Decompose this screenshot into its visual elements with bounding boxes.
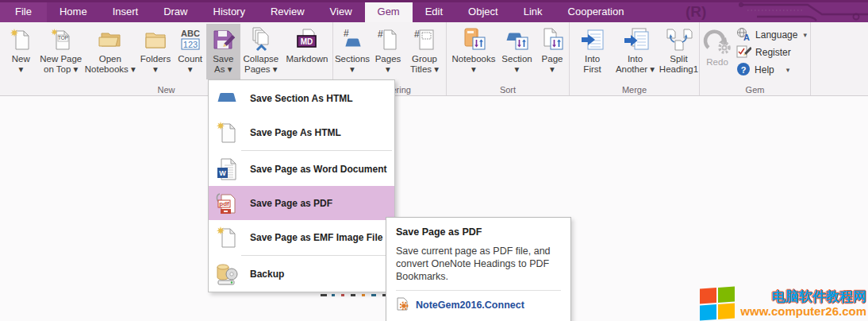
- group-label-sort: Sort: [447, 85, 569, 95]
- button-caret: ▾: [375, 64, 401, 75]
- new-page-sparkle-icon: [9, 25, 33, 54]
- menu-separator: [241, 255, 392, 256]
- button-caret: ▾: [335, 64, 370, 75]
- menu-item-label: Save Page As HTML: [250, 127, 341, 138]
- tab-draw[interactable]: Draw: [151, 0, 200, 22]
- menu-item-label: Backup: [250, 269, 284, 280]
- split-heading-icon: [664, 25, 693, 54]
- clipped-page-text: [321, 294, 395, 296]
- count-button[interactable]: ABC 123 Count▾: [174, 24, 206, 79]
- globe-language-icon: A: [736, 27, 751, 44]
- sort-page-button[interactable]: Page▾: [536, 24, 569, 79]
- button-caret: As ▾: [213, 64, 233, 75]
- merge-into-first-icon: [580, 25, 605, 54]
- tab-object[interactable]: Object: [455, 0, 511, 22]
- number-section-icon: #: [339, 25, 366, 54]
- group-label-gem: Gem: [700, 85, 810, 95]
- svg-text:A: A: [743, 32, 750, 41]
- menu-item-save-page-as-pdf[interactable]: pdf Save Page as PDF: [209, 186, 394, 220]
- tooltip-description: Save current page as PDF file, and conve…: [396, 245, 561, 283]
- button-caret: ▾: [140, 64, 171, 75]
- menu-item-save-section-as-html[interactable]: Save Section As HTML: [209, 81, 394, 115]
- markdown-button[interactable]: MD Markdown: [282, 24, 332, 79]
- button-label: New Page: [40, 54, 82, 64]
- menu-item-label: Save Page as PDF: [250, 198, 332, 209]
- redo-button[interactable]: Redo: [701, 24, 733, 79]
- svg-text:MD: MD: [301, 37, 313, 46]
- button-caret: Pages ▾: [243, 64, 278, 75]
- svg-text:?: ?: [741, 64, 747, 74]
- button-label: Into: [583, 54, 601, 64]
- tab-review[interactable]: Review: [258, 0, 317, 22]
- backup-disk-icon: [214, 262, 240, 286]
- sort-section-button[interactable]: Section▾: [498, 24, 536, 79]
- svg-text:#: #: [344, 28, 349, 39]
- tooltip-separator: [396, 290, 561, 291]
- button-label: Section: [501, 54, 532, 64]
- tab-link[interactable]: Link: [511, 0, 555, 22]
- open-folder-icon: [98, 25, 123, 54]
- button-label: Markdown: [286, 54, 328, 64]
- menu-item-save-page-as-html[interactable]: Save Page As HTML: [209, 115, 394, 149]
- sort-page-icon: [539, 25, 566, 54]
- button-caret: Notebooks ▾: [85, 64, 136, 75]
- into-first-button[interactable]: IntoFirst: [573, 24, 612, 79]
- sort-section-icon: [504, 25, 531, 54]
- tab-insert[interactable]: Insert: [100, 0, 152, 22]
- tab-view[interactable]: View: [317, 0, 365, 22]
- language-button[interactable]: A Language ▾: [733, 26, 810, 44]
- button-caret: Heading1: [659, 64, 698, 75]
- addin-link[interactable]: NoteGem2016.Connect: [396, 297, 561, 313]
- menu-item-backup[interactable]: Backup: [209, 257, 394, 291]
- button-label: Save: [213, 54, 233, 64]
- abc-123-icon: ABC 123: [178, 25, 203, 54]
- title-bar-strip: [0, 0, 868, 2]
- tab-history[interactable]: History: [201, 0, 258, 22]
- tab-file[interactable]: File: [0, 0, 47, 22]
- sort-notebooks-button[interactable]: Notebooks▾: [449, 24, 498, 79]
- button-label: Register: [755, 47, 791, 58]
- svg-text:#: #: [414, 29, 420, 40]
- folders-button[interactable]: Folders▾: [137, 24, 175, 79]
- open-notebooks-button[interactable]: OpenNotebooks ▾: [83, 24, 137, 79]
- gem-small-buttons: A Language ▾ Register: [733, 24, 810, 79]
- button-caret: First: [583, 64, 601, 75]
- menu-item-save-page-as-emf[interactable]: Save Page as EMF Image File: [209, 220, 394, 254]
- button-label: Notebooks: [452, 54, 496, 64]
- button-label: Language: [755, 29, 797, 41]
- button-label: Group: [410, 54, 439, 64]
- tab-home[interactable]: Home: [47, 0, 100, 22]
- save-floppy-pencil-icon: [211, 25, 235, 54]
- collapse-pages-button[interactable]: CollapsePages ▾: [240, 24, 282, 79]
- save-as-dropdown-menu: Save Section As HTML Save Page As HTML W…: [208, 79, 395, 292]
- svg-text:123: 123: [182, 40, 197, 49]
- new-page-on-top-button[interactable]: TOP New Pageon Top ▾: [39, 24, 83, 79]
- group-titles-button[interactable]: # GroupTitles ▾: [405, 24, 444, 79]
- menu-item-label: Save Section As HTML: [250, 93, 353, 104]
- pages-button[interactable]: # Pages▾: [371, 24, 405, 79]
- group-label-merge: Merge: [570, 85, 699, 95]
- save-page-as-pdf-tooltip: Save Page as PDF Save current page as PD…: [386, 217, 571, 321]
- addin-name: NoteGem2016.Connect: [416, 300, 524, 311]
- pdf-file-icon: pdf: [214, 191, 240, 215]
- new-button[interactable]: New▾: [3, 24, 39, 79]
- number-page-icon: #: [376, 25, 400, 54]
- menu-item-save-page-as-word[interactable]: W Save Page as Word Document: [209, 152, 394, 186]
- ribbon: New▾ TOP New Pageon Top ▾ Op: [0, 22, 868, 96]
- tab-edit[interactable]: Edit: [413, 0, 455, 22]
- folder-icon: [144, 25, 167, 54]
- tab-gem[interactable]: Gem: [365, 0, 413, 22]
- register-button[interactable]: Register: [733, 44, 810, 61]
- button-label: Pages: [375, 54, 401, 64]
- ribbon-tab-bar: File Home Insert Draw History Review Vie…: [0, 0, 868, 22]
- sections-button[interactable]: # Sections▾: [333, 24, 371, 79]
- into-another-button[interactable]: IntoAnother ▾: [612, 24, 659, 79]
- page-gear-icon: [396, 297, 409, 313]
- save-as-button[interactable]: SaveAs ▾: [206, 24, 240, 79]
- tab-cooperation[interactable]: Cooperation: [555, 0, 637, 22]
- windows-logo-icon: [700, 286, 735, 320]
- split-heading1-button[interactable]: SplitHeading1: [659, 24, 699, 79]
- markdown-md-icon: MD: [294, 25, 321, 54]
- help-button[interactable]: ? Help ▾: [733, 61, 810, 79]
- svg-text:ABC: ABC: [181, 29, 200, 38]
